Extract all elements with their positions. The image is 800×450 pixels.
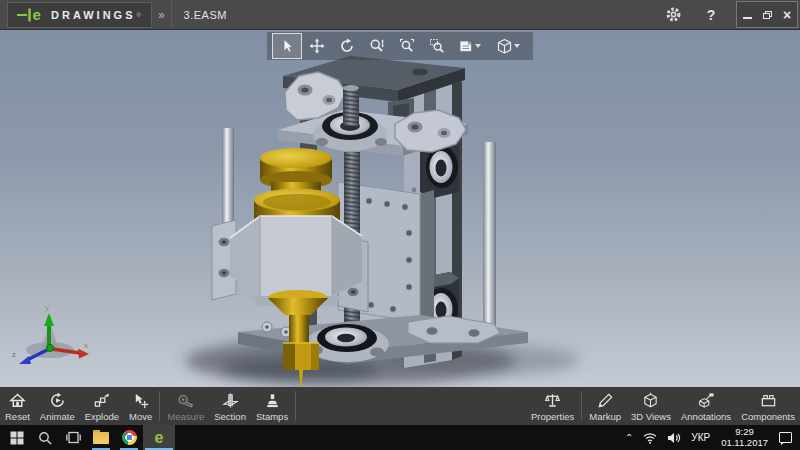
minimize-icon xyxy=(743,17,752,19)
bottom-toolbar-left: Reset Animate Explode xyxy=(0,387,298,425)
home-icon xyxy=(9,392,26,409)
restore-icon xyxy=(763,11,772,19)
chevron-down-icon xyxy=(475,44,481,48)
clock-time: 9:29 xyxy=(721,427,768,438)
select-tool-button[interactable] xyxy=(272,33,302,59)
guide-rod-left[interactable] xyxy=(222,128,234,232)
reset-button[interactable]: Reset xyxy=(0,387,35,425)
triad-x-label: x xyxy=(84,341,88,350)
move-icon xyxy=(132,392,149,409)
bottom-toolbar-right: Properties Markup 3 xyxy=(526,387,800,425)
chevron-up-icon: ⌃ xyxy=(625,432,633,443)
breadcrumb-chevron[interactable]: » xyxy=(152,2,172,28)
toolbar-separator xyxy=(159,391,160,421)
orientation-cube-icon xyxy=(496,38,513,55)
windows-logo-icon xyxy=(10,431,24,445)
bottom-toolbar: Reset Animate Explode xyxy=(0,387,800,425)
edrawings-window: e DRAWINGS ® » 3.EASM ? × xyxy=(0,0,800,450)
edrawings-logo-icon: e xyxy=(16,6,46,24)
document-filename: 3.EASM xyxy=(184,9,227,21)
explode-button[interactable]: Explode xyxy=(80,387,124,425)
windows-taskbar: e ⌃ УКР 9:29 xyxy=(0,425,800,450)
network-tray-button[interactable] xyxy=(638,425,662,450)
action-center-button[interactable] xyxy=(774,425,800,450)
language-indicator[interactable]: УКР xyxy=(686,425,715,450)
pan-icon xyxy=(309,38,325,54)
help-button[interactable]: ? xyxy=(696,2,726,28)
zoom-to-fit-button[interactable] xyxy=(392,33,422,59)
view-toolbar xyxy=(267,32,533,60)
view-orientation-button[interactable] xyxy=(490,33,528,59)
task-view-button[interactable] xyxy=(59,425,87,450)
3d-views-cube-icon xyxy=(642,392,659,409)
lead-screw-top[interactable] xyxy=(343,85,359,126)
zoom-to-area-icon xyxy=(429,38,445,54)
zoom-to-area-button[interactable] xyxy=(422,33,452,59)
rotate-icon xyxy=(339,38,355,54)
orientation-triad: x y z xyxy=(12,303,89,364)
chrome-button[interactable] xyxy=(115,425,143,450)
stamps-icon xyxy=(264,392,281,409)
guide-rod-right[interactable] xyxy=(483,142,496,328)
restore-button[interactable] xyxy=(757,2,777,27)
start-button[interactable] xyxy=(3,425,31,450)
brand-name: DRAWINGS xyxy=(51,9,136,21)
components-brick-icon xyxy=(760,392,777,409)
3d-views-button[interactable]: 3D Views xyxy=(626,387,676,425)
taskbar-clock[interactable]: 9:29 01.11.2017 xyxy=(715,427,774,449)
properties-button[interactable]: Properties xyxy=(526,387,579,425)
toolbar-separator xyxy=(295,391,296,421)
triad-z-label: z xyxy=(12,350,16,359)
rotate-tool-button[interactable] xyxy=(332,33,362,59)
titlebar: e DRAWINGS ® » 3.EASM ? × xyxy=(0,0,800,30)
properties-scale-icon xyxy=(544,392,561,409)
components-button[interactable]: Components xyxy=(736,387,800,425)
edrawings-logo: e DRAWINGS ® xyxy=(7,2,152,28)
chevron-down-icon xyxy=(514,44,520,48)
measure-icon xyxy=(177,392,194,409)
speaker-icon xyxy=(667,432,681,444)
search-icon xyxy=(38,431,52,445)
section-button[interactable]: Section xyxy=(209,387,251,425)
svg-text:e: e xyxy=(33,6,41,23)
animate-icon xyxy=(49,392,66,409)
chrome-icon xyxy=(122,430,137,445)
clock-date: 01.11.2017 xyxy=(721,438,768,449)
pan-tool-button[interactable] xyxy=(302,33,332,59)
cad-model-drill-assembly[interactable]: x y z xyxy=(0,30,800,387)
markup-button[interactable]: Markup xyxy=(584,387,626,425)
tray-expand-button[interactable]: ⌃ xyxy=(620,425,638,450)
system-tray: ⌃ УКР 9:29 01.11.2017 xyxy=(620,425,800,450)
measure-button[interactable]: Measure xyxy=(162,387,209,425)
minimize-button[interactable] xyxy=(737,2,757,27)
task-view-icon xyxy=(66,431,81,444)
explode-icon xyxy=(93,392,110,409)
volume-tray-button[interactable] xyxy=(662,425,686,450)
edrawings-app-icon: e xyxy=(155,430,164,446)
section-icon xyxy=(222,392,239,409)
animate-button[interactable]: Animate xyxy=(35,387,80,425)
file-explorer-button[interactable] xyxy=(87,425,115,450)
toolbar-separator xyxy=(581,391,582,421)
3d-viewport[interactable]: x y z xyxy=(0,30,800,387)
triad-y-label: y xyxy=(45,303,49,312)
notification-icon xyxy=(779,432,792,443)
cursor-icon xyxy=(279,38,295,54)
edrawings-taskbar-button[interactable]: e xyxy=(143,425,175,450)
zoom-to-fit-icon xyxy=(399,38,415,54)
markup-pencil-icon xyxy=(597,392,614,409)
annotations-button[interactable]: Annotations xyxy=(676,387,736,425)
taskbar-search-button[interactable] xyxy=(31,425,59,450)
wifi-icon xyxy=(643,432,657,444)
views-dropdown-button[interactable] xyxy=(452,33,490,59)
brand-registered: ® xyxy=(137,12,141,18)
views-icon xyxy=(458,38,474,54)
zoom-icon xyxy=(369,38,385,54)
settings-gear-icon[interactable] xyxy=(658,2,688,28)
move-button[interactable]: Move xyxy=(124,387,157,425)
stamps-button[interactable]: Stamps xyxy=(251,387,293,425)
zoom-tool-button[interactable] xyxy=(362,33,392,59)
close-button[interactable]: × xyxy=(777,2,797,27)
close-icon: × xyxy=(783,8,791,22)
folder-icon xyxy=(93,432,109,444)
